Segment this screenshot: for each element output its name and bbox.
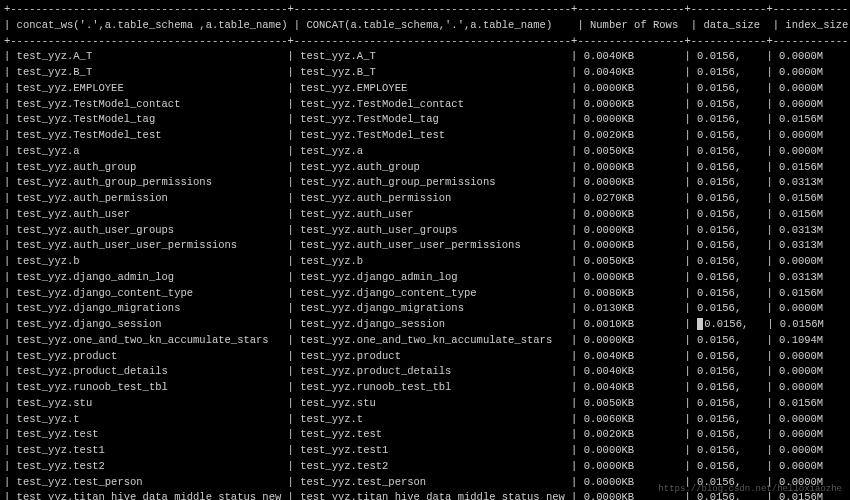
watermark: https://blog.csdn.net/helloxiaozhe (658, 483, 842, 497)
mysql-result-table: +---------------------------------------… (0, 0, 850, 500)
